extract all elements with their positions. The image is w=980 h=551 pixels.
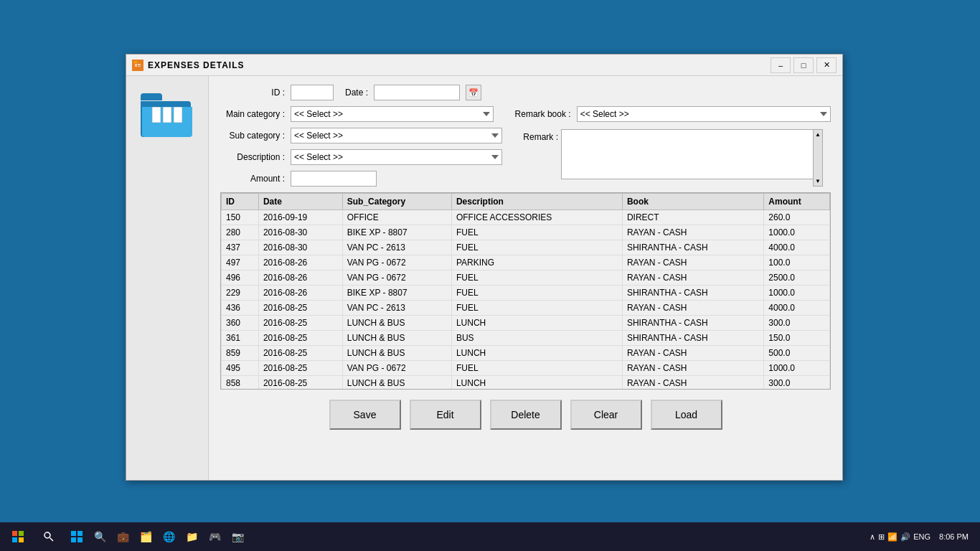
svg-rect-2 bbox=[135, 64, 137, 67]
save-button[interactable]: Save bbox=[329, 400, 401, 430]
table-row[interactable]: 4952016-08-25VAN PG - 0672FUELRAYAN - CA… bbox=[222, 361, 830, 376]
sub-remark-row: Sub category : << Select >> Description … bbox=[220, 128, 831, 187]
col-id: ID bbox=[222, 194, 259, 210]
cell-book: RAYAN - CASH bbox=[622, 255, 763, 270]
table-row[interactable]: 3602016-08-25LUNCH & BUSLUNCHSHIRANTHA -… bbox=[222, 316, 830, 331]
amount-label: Amount : bbox=[220, 174, 285, 184]
amount-input[interactable] bbox=[291, 171, 377, 187]
cell-date: 2016-08-25 bbox=[258, 331, 342, 346]
main-category-label: Main category : bbox=[220, 109, 285, 119]
cell-book: SHIRANTHA - CASH bbox=[622, 286, 763, 301]
id-input[interactable] bbox=[291, 85, 334, 100]
description-row: Description : << Select >> bbox=[220, 149, 502, 165]
right-panel: ID : Date : 📅 Main category : << Select … bbox=[209, 76, 842, 480]
cell-date: 2016-08-25 bbox=[258, 346, 342, 361]
date-label: Date : bbox=[339, 88, 368, 98]
table-row[interactable]: 3612016-08-25LUNCH & BUSBUSSHIRANTHA - C… bbox=[222, 331, 830, 346]
edit-button[interactable]: Edit bbox=[410, 400, 481, 430]
cell-date: 2016-08-25 bbox=[258, 316, 342, 331]
cell-amount: 1000.0 bbox=[764, 286, 830, 301]
taskbar-pinned-icons: 🔍 💼 🗂️ 🌐 📁 🎮 📷 bbox=[61, 527, 253, 547]
col-description: Description bbox=[451, 194, 622, 210]
cell-id: 361 bbox=[222, 331, 259, 346]
close-button[interactable]: ✕ bbox=[816, 57, 837, 73]
cell-sub_category: VAN PG - 0672 bbox=[342, 361, 451, 376]
window-controls: – □ ✕ bbox=[771, 57, 837, 73]
table-row[interactable]: 8582016-08-25LUNCH & BUSLUNCHRAYAN - CAS… bbox=[222, 376, 830, 390]
maximize-button[interactable]: □ bbox=[793, 57, 814, 73]
cell-book: RAYAN - CASH bbox=[622, 376, 763, 390]
cell-description: LUNCH bbox=[451, 376, 622, 390]
tray-icon-3: 🔊 bbox=[900, 532, 910, 542]
cell-sub_category: VAN PC - 2613 bbox=[342, 240, 451, 255]
cell-description: PARKING bbox=[451, 255, 622, 270]
cell-book: RAYAN - CASH bbox=[622, 361, 763, 376]
window-content: ID : Date : 📅 Main category : << Select … bbox=[126, 76, 842, 480]
titlebar: EXPENSES DETAILS – □ ✕ bbox=[126, 55, 842, 76]
svg-rect-5 bbox=[12, 531, 17, 536]
language-indicator: ENG bbox=[913, 532, 930, 541]
window-title: EXPENSES DETAILS bbox=[148, 60, 771, 70]
col-sub-category: Sub_Category bbox=[342, 194, 451, 210]
remark-right: Remark : ▲ ▼ bbox=[508, 128, 823, 187]
cell-sub_category: VAN PG - 0672 bbox=[342, 255, 451, 270]
tray-icon-2: 📶 bbox=[887, 532, 897, 542]
start-button[interactable] bbox=[0, 522, 36, 551]
cell-amount: 100.0 bbox=[764, 255, 830, 270]
taskbar-icon-6[interactable]: 📁 bbox=[182, 527, 202, 547]
remark-textarea[interactable] bbox=[561, 129, 823, 179]
cell-book: SHIRANTHA - CASH bbox=[622, 240, 763, 255]
minimize-button[interactable]: – bbox=[771, 57, 791, 73]
taskbar-icon-5[interactable]: 🌐 bbox=[159, 527, 179, 547]
svg-rect-3 bbox=[138, 64, 141, 65]
cell-sub_category: LUNCH & BUS bbox=[342, 376, 451, 390]
taskbar-icon-2[interactable]: 🔍 bbox=[90, 527, 110, 547]
cell-id: 280 bbox=[222, 225, 259, 240]
table-row[interactable]: 4362016-08-25VAN PC - 2613FUELRAYAN - CA… bbox=[222, 301, 830, 316]
cell-description: FUEL bbox=[451, 240, 622, 255]
table-row[interactable]: 8592016-08-25LUNCH & BUSLUNCHRAYAN - CAS… bbox=[222, 346, 830, 361]
sub-category-select[interactable]: << Select >> bbox=[291, 128, 502, 143]
cell-description: FUEL bbox=[451, 301, 622, 316]
table-row[interactable]: 4372016-08-30VAN PC - 2613FUELSHIRANTHA … bbox=[222, 240, 830, 255]
taskbar-icon-1[interactable] bbox=[67, 527, 87, 547]
taskbar-icon-3[interactable]: 💼 bbox=[113, 527, 133, 547]
clear-button[interactable]: Clear bbox=[570, 400, 642, 430]
amount-row: Amount : bbox=[220, 171, 502, 187]
table-row[interactable]: 1502016-09-19OFFICEOFFICE ACCESSORIESDIR… bbox=[222, 210, 830, 225]
svg-rect-13 bbox=[71, 537, 76, 542]
calendar-button[interactable]: 📅 bbox=[466, 85, 481, 100]
tray-arrow[interactable]: ∧ bbox=[870, 532, 875, 542]
taskbar-icon-7[interactable]: 🎮 bbox=[204, 527, 225, 547]
cell-sub_category: OFFICE bbox=[342, 210, 451, 225]
cell-amount: 2500.0 bbox=[764, 270, 830, 286]
svg-rect-12 bbox=[77, 531, 83, 536]
cell-date: 2016-08-26 bbox=[258, 286, 342, 301]
taskbar-icon-8[interactable]: 📷 bbox=[227, 527, 248, 547]
cell-description: FUEL bbox=[451, 286, 622, 301]
taskbar-icon-4[interactable]: 🗂️ bbox=[136, 527, 156, 547]
table-row[interactable]: 2802016-08-30BIKE XP - 8807FUELRAYAN - C… bbox=[222, 225, 830, 240]
svg-point-9 bbox=[44, 532, 50, 538]
table-row[interactable]: 4972016-08-26VAN PG - 0672PARKINGRAYAN -… bbox=[222, 255, 830, 270]
cell-amount: 1000.0 bbox=[764, 361, 830, 376]
main-category-select[interactable]: << Select >> bbox=[291, 106, 494, 122]
search-taskbar-button[interactable] bbox=[36, 522, 61, 551]
remark-book-select[interactable]: << Select >> bbox=[577, 106, 831, 122]
left-panel bbox=[126, 76, 209, 480]
delete-button[interactable]: Delete bbox=[490, 400, 562, 430]
folder-icon bbox=[141, 90, 194, 137]
cell-date: 2016-09-19 bbox=[258, 210, 342, 225]
description-select[interactable]: << Select >> bbox=[291, 149, 502, 165]
cell-amount: 4000.0 bbox=[764, 240, 830, 255]
cell-id: 436 bbox=[222, 301, 259, 316]
svg-rect-7 bbox=[12, 537, 17, 542]
table-row[interactable]: 2292016-08-26BIKE XP - 8807FUELSHIRANTHA… bbox=[222, 286, 830, 301]
load-button[interactable]: Load bbox=[651, 400, 722, 430]
cell-id: 497 bbox=[222, 255, 259, 270]
cell-book: RAYAN - CASH bbox=[622, 301, 763, 316]
description-label: Description : bbox=[220, 152, 285, 162]
cell-amount: 300.0 bbox=[764, 376, 830, 390]
date-input[interactable] bbox=[374, 85, 460, 100]
table-row[interactable]: 4962016-08-26VAN PG - 0672FUELRAYAN - CA… bbox=[222, 270, 830, 286]
